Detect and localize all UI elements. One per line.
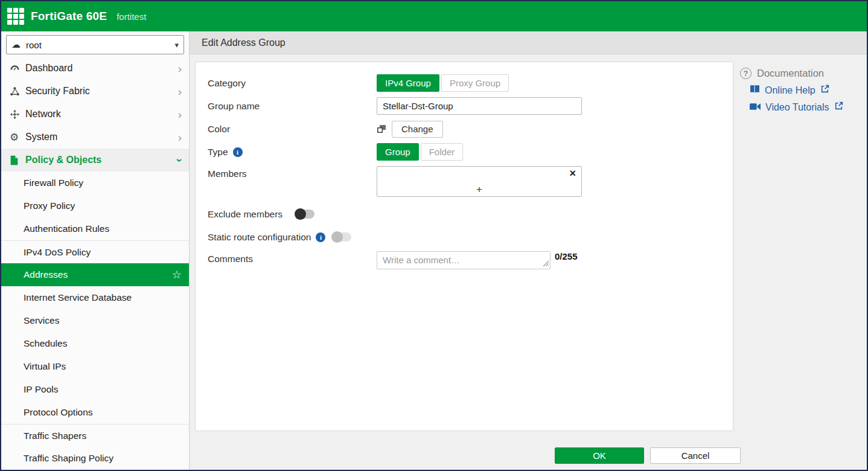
- vdom-selector[interactable]: ☁ root ▾: [6, 35, 184, 54]
- sidebar-item-traffic-shapers[interactable]: Traffic Shapers: [1, 424, 189, 447]
- add-member-icon[interactable]: +: [476, 184, 482, 196]
- sidebar-item-proxy-policy[interactable]: Proxy Policy: [1, 194, 189, 217]
- chevron-right-icon: ›: [178, 86, 182, 97]
- group-name-label: Group name: [208, 101, 377, 112]
- sidebar-subitem-label: Proxy Policy: [24, 200, 75, 211]
- question-circle-icon: ?: [740, 68, 752, 79]
- type-label: Type: [208, 147, 228, 158]
- video-tutorials-link[interactable]: Video Tutorials: [750, 101, 867, 113]
- external-link-icon: [820, 85, 829, 96]
- color-row: Color Change: [208, 120, 733, 138]
- page-header: Edit Address Group: [190, 31, 867, 54]
- members-box[interactable]: × +: [377, 166, 582, 197]
- category-proxy-group-button[interactable]: Proxy Group: [441, 74, 509, 92]
- comments-row: Comments 0/255: [208, 251, 733, 272]
- dashboard-icon: [10, 63, 25, 74]
- sidebar-item-policy-objects[interactable]: Policy & Objects ›: [1, 149, 189, 171]
- exclude-members-label: Exclude members: [208, 209, 282, 220]
- static-route-label: Static route configuration: [208, 232, 311, 243]
- sidebar-item-system[interactable]: ⚙ System ›: [1, 126, 189, 149]
- change-color-button[interactable]: Change: [392, 121, 443, 138]
- security-fabric-icon: [10, 86, 25, 97]
- color-label: Color: [208, 124, 377, 135]
- type-group-button[interactable]: Group: [377, 143, 419, 161]
- group-name-input[interactable]: [377, 97, 582, 115]
- sidebar-subitem-label: Addresses: [24, 269, 68, 280]
- cancel-button[interactable]: Cancel: [650, 447, 741, 464]
- sidebar-subitem-label: Virtual IPs: [24, 361, 66, 372]
- book-icon: [750, 85, 760, 96]
- sidebar-item-ipv4-dos-policy[interactable]: IPv4 DoS Policy: [1, 240, 189, 263]
- members-row: Members × +: [208, 166, 733, 197]
- sidebar-item-network[interactable]: Network ›: [1, 103, 189, 126]
- sidebar-subitem-label: Internet Service Database: [24, 292, 132, 303]
- exclude-members-row: Exclude members: [208, 205, 733, 223]
- info-icon[interactable]: i: [316, 232, 325, 242]
- resize-handle-icon[interactable]: [543, 258, 549, 269]
- sidebar-item-label: System: [25, 132, 57, 143]
- sidebar-subitem-label: Traffic Shapers: [24, 431, 86, 441]
- type-row: Type i Group Folder: [208, 143, 733, 161]
- info-icon[interactable]: i: [233, 147, 243, 157]
- sidebar-item-label: Dashboard: [25, 63, 72, 74]
- sidebar-item-label: Policy & Objects: [25, 155, 101, 165]
- clear-members-icon[interactable]: ×: [569, 167, 576, 180]
- sidebar-item-traffic-shaping-policy[interactable]: Traffic Shaping Policy: [1, 447, 189, 470]
- chevron-right-icon: ›: [178, 109, 182, 120]
- comments-label: Comments: [208, 251, 377, 264]
- group-name-row: Group name: [208, 97, 733, 115]
- type-segment: Group Folder: [377, 143, 463, 161]
- cloud-icon: ☁: [11, 39, 21, 50]
- sidebar-subitem-label: Firewall Policy: [24, 178, 83, 188]
- sidebar-subitem-label: Services: [24, 315, 59, 326]
- sidebar-item-protocol-options[interactable]: Protocol Options: [1, 401, 189, 424]
- comments-counter: 0/255: [555, 251, 578, 261]
- sidebar-item-ip-pools[interactable]: IP Pools: [1, 378, 189, 401]
- sidebar-subitem-label: IP Pools: [24, 384, 58, 395]
- online-help-link[interactable]: Online Help: [750, 85, 867, 96]
- hostname-label: fortitest: [116, 11, 146, 22]
- sidebar-subitem-label: Protocol Options: [24, 407, 93, 418]
- edit-address-group-form: Category IPv4 Group Proxy Group Group na…: [195, 62, 733, 431]
- external-link-icon: [834, 101, 843, 113]
- static-route-toggle[interactable]: [333, 232, 351, 242]
- documentation-title: Documentation: [757, 68, 824, 79]
- ok-button[interactable]: OK: [555, 447, 644, 464]
- chevron-right-icon: ›: [178, 63, 182, 74]
- members-label: Members: [208, 166, 377, 179]
- exclude-members-toggle[interactable]: [296, 210, 314, 219]
- sidebar-item-services[interactable]: Services: [1, 309, 189, 332]
- video-camera-icon: [750, 102, 761, 113]
- category-row: Category IPv4 Group Proxy Group: [208, 74, 733, 92]
- documentation-panel: ? Documentation Online Help V: [740, 68, 867, 113]
- color-swatch-icon: [377, 124, 386, 134]
- static-route-row: Static route configuration i: [208, 228, 733, 246]
- chevron-down-icon: ›: [174, 158, 185, 162]
- top-bar: FortiGate 60E fortitest: [1, 1, 867, 31]
- category-ipv4-group-button[interactable]: IPv4 Group: [377, 74, 439, 92]
- sidebar-item-dashboard[interactable]: Dashboard ›: [1, 57, 189, 80]
- type-folder-button[interactable]: Folder: [421, 143, 464, 161]
- sidebar-item-schedules[interactable]: Schedules: [1, 332, 189, 355]
- sidebar-item-security-fabric[interactable]: Security Fabric ›: [1, 80, 189, 103]
- sidebar-item-addresses[interactable]: Addresses ☆: [1, 263, 189, 286]
- sidebar-subitem-label: Schedules: [24, 338, 67, 349]
- vdom-value: root: [26, 40, 42, 50]
- sidebar-item-firewall-policy[interactable]: Firewall Policy: [1, 171, 189, 194]
- sidebar: ☁ root ▾ Dashboard › Security Fabric ›: [1, 31, 190, 470]
- chevron-down-icon: ▾: [174, 40, 179, 50]
- star-icon[interactable]: ☆: [172, 268, 182, 281]
- sidebar-item-virtual-ips[interactable]: Virtual IPs: [1, 355, 189, 378]
- fortinet-logo-icon: [7, 8, 24, 25]
- content-area: Edit Address Group Category IPv4 Group P…: [190, 31, 867, 470]
- sidebar-item-label: Security Fabric: [25, 86, 90, 97]
- sidebar-item-label: Network: [25, 109, 61, 120]
- category-segment: IPv4 Group Proxy Group: [377, 74, 509, 92]
- app-window: FortiGate 60E fortitest ☁ root ▾ Dashboa…: [0, 0, 868, 471]
- sidebar-item-internet-service-database[interactable]: Internet Service Database: [1, 286, 189, 309]
- comments-input[interactable]: [377, 251, 550, 269]
- gear-icon: ⚙: [10, 131, 25, 144]
- network-icon: [10, 109, 25, 120]
- sidebar-item-authentication-rules[interactable]: Authentication Rules: [1, 217, 189, 240]
- category-label: Category: [208, 78, 377, 89]
